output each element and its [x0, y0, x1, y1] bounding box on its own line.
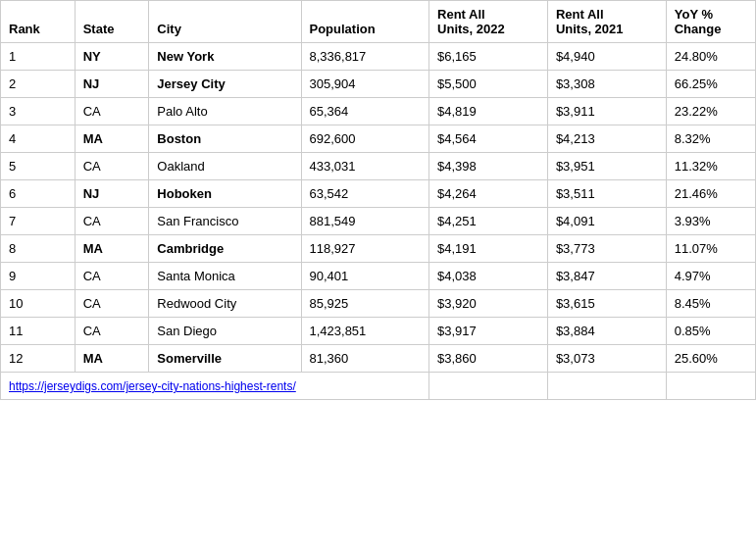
- table-body: 1NYNew York8,336,817$6,165$4,94024.80%2N…: [1, 43, 756, 373]
- table-row: 7CASan Francisco881,549$4,251$4,0913.93%: [1, 208, 756, 235]
- footer-empty-1: [429, 373, 548, 400]
- cell-state: NJ: [75, 180, 149, 208]
- cell-yoy: 3.93%: [666, 208, 755, 235]
- cell-yoy: 21.46%: [666, 180, 755, 208]
- col-rent2022: Rent AllUnits, 2022: [429, 1, 548, 43]
- source-link[interactable]: https://jerseydigs.com/jersey-city-natio…: [9, 379, 296, 393]
- cell-rent2022: $4,038: [429, 263, 548, 290]
- cell-population: 692,600: [301, 125, 429, 153]
- col-rent2021: Rent AllUnits, 2021: [547, 1, 666, 43]
- table-row: 12MASomerville81,360$3,860$3,07325.60%: [1, 345, 756, 373]
- cell-yoy: 4.97%: [666, 263, 755, 290]
- cell-population: 118,927: [301, 235, 429, 263]
- cell-yoy: 25.60%: [666, 345, 755, 373]
- cell-rank: 4: [1, 125, 76, 153]
- cell-yoy: 23.22%: [666, 98, 755, 125]
- table-row: 6NJHoboken63,542$4,264$3,51121.46%: [1, 180, 756, 208]
- table-row: 8MACambridge118,927$4,191$3,77311.07%: [1, 235, 756, 263]
- cell-yoy: 8.32%: [666, 125, 755, 153]
- cell-state: CA: [75, 263, 149, 290]
- table-row: 10CARedwood City85,925$3,920$3,6158.45%: [1, 290, 756, 318]
- cell-rank: 11: [1, 318, 76, 345]
- cell-rank: 5: [1, 153, 76, 180]
- cell-rent2021: $3,073: [547, 345, 666, 373]
- cell-state: NY: [75, 43, 149, 71]
- cell-rent2022: $4,191: [429, 235, 548, 263]
- cell-city: Cambridge: [149, 235, 301, 263]
- cell-state: CA: [75, 153, 149, 180]
- cell-population: 881,549: [301, 208, 429, 235]
- cell-population: 433,031: [301, 153, 429, 180]
- cell-rent2022: $6,165: [429, 43, 548, 71]
- cell-rent2022: $3,917: [429, 318, 548, 345]
- table-row: 1NYNew York8,336,817$6,165$4,94024.80%: [1, 43, 756, 71]
- cell-population: 81,360: [301, 345, 429, 373]
- cell-population: 305,904: [301, 71, 429, 98]
- cell-state: MA: [75, 125, 149, 153]
- cell-state: MA: [75, 235, 149, 263]
- cell-state: CA: [75, 98, 149, 125]
- table-row: 5CAOakland433,031$4,398$3,95111.32%: [1, 153, 756, 180]
- cell-population: 90,401: [301, 263, 429, 290]
- cell-yoy: 24.80%: [666, 43, 755, 71]
- cell-city: New York: [149, 43, 301, 71]
- cell-state: MA: [75, 345, 149, 373]
- table-row: 11CASan Diego1,423,851$3,917$3,8840.85%: [1, 318, 756, 345]
- cell-city: Oakland: [149, 153, 301, 180]
- cell-rank: 8: [1, 235, 76, 263]
- cell-rank: 2: [1, 71, 76, 98]
- cell-rent2021: $3,615: [547, 290, 666, 318]
- cell-rent2021: $3,847: [547, 263, 666, 290]
- cell-rent2022: $5,500: [429, 71, 548, 98]
- cell-city: Santa Monica: [149, 263, 301, 290]
- cell-rent2021: $3,911: [547, 98, 666, 125]
- cell-yoy: 8.45%: [666, 290, 755, 318]
- cell-yoy: 0.85%: [666, 318, 755, 345]
- cell-city: Redwood City: [149, 290, 301, 318]
- cell-city: Jersey City: [149, 71, 301, 98]
- cell-state: CA: [75, 290, 149, 318]
- cell-city: San Diego: [149, 318, 301, 345]
- footer-row: https://jerseydigs.com/jersey-city-natio…: [1, 373, 756, 400]
- cell-population: 1,423,851: [301, 318, 429, 345]
- cell-yoy: 11.07%: [666, 235, 755, 263]
- cell-rent2021: $3,884: [547, 318, 666, 345]
- cell-city: Hoboken: [149, 180, 301, 208]
- col-state: State: [75, 1, 149, 43]
- cell-rank: 3: [1, 98, 76, 125]
- footer-link-cell[interactable]: https://jerseydigs.com/jersey-city-natio…: [1, 373, 429, 400]
- cell-city: San Francisco: [149, 208, 301, 235]
- cell-population: 63,542: [301, 180, 429, 208]
- cell-rent2021: $4,091: [547, 208, 666, 235]
- col-yoy: YoY %Change: [666, 1, 755, 43]
- cell-rent2022: $4,564: [429, 125, 548, 153]
- cell-rent2022: $4,398: [429, 153, 548, 180]
- cell-rank: 12: [1, 345, 76, 373]
- cell-rent2021: $4,213: [547, 125, 666, 153]
- cell-rank: 9: [1, 263, 76, 290]
- footer-empty-3: [666, 373, 755, 400]
- cell-population: 8,336,817: [301, 43, 429, 71]
- cell-city: Palo Alto: [149, 98, 301, 125]
- cell-rent2021: $3,773: [547, 235, 666, 263]
- cell-rent2022: $3,920: [429, 290, 548, 318]
- col-population: Population: [301, 1, 429, 43]
- cell-state: CA: [75, 318, 149, 345]
- table-row: 9CASanta Monica90,401$4,038$3,8474.97%: [1, 263, 756, 290]
- cell-rent2021: $3,511: [547, 180, 666, 208]
- table-row: 4MABoston692,600$4,564$4,2138.32%: [1, 125, 756, 153]
- table-row: 3CAPalo Alto65,364$4,819$3,91123.22%: [1, 98, 756, 125]
- cell-city: Boston: [149, 125, 301, 153]
- table-row: 2NJJersey City305,904$5,500$3,30866.25%: [1, 71, 756, 98]
- cell-rent2022: $4,819: [429, 98, 548, 125]
- cell-rank: 7: [1, 208, 76, 235]
- cell-state: NJ: [75, 71, 149, 98]
- rent-table: Rank State City Population Rent AllUnits…: [0, 0, 756, 400]
- col-city: City: [149, 1, 301, 43]
- footer-empty-2: [547, 373, 666, 400]
- cell-population: 85,925: [301, 290, 429, 318]
- cell-rank: 1: [1, 43, 76, 71]
- header-row: Rank State City Population Rent AllUnits…: [1, 1, 756, 43]
- col-rank: Rank: [1, 1, 76, 43]
- cell-rent2022: $4,264: [429, 180, 548, 208]
